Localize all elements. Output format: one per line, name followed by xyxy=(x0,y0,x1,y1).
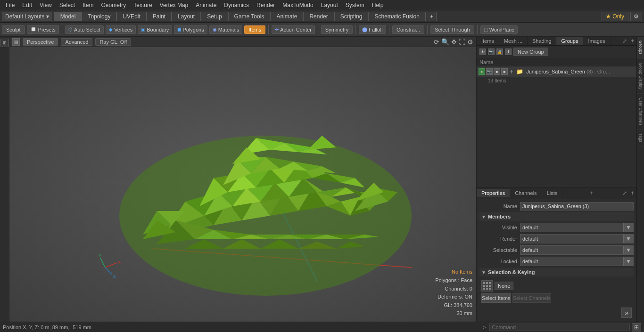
menu-render[interactable]: Render xyxy=(253,1,279,9)
layout-tab-paint[interactable]: Paint xyxy=(147,12,172,21)
props-ctrl-1[interactable]: ⤢ xyxy=(621,190,628,196)
layout-tab-model[interactable]: Model xyxy=(54,12,82,21)
constraints-btn[interactable]: Constrai... xyxy=(392,25,424,34)
right-vtab-group-display[interactable]: Group Display xyxy=(637,59,644,94)
layout-settings-btn[interactable]: ⚙ xyxy=(630,12,642,21)
visible-row: Visible default ▼ xyxy=(479,223,634,232)
viewport-menu-btn[interactable]: ▤ xyxy=(12,38,20,46)
layout-add-tab[interactable]: + xyxy=(427,12,437,21)
right-vtab-groups[interactable]: Groups xyxy=(637,37,644,59)
presets-btn[interactable]: 🔲 Presets xyxy=(27,25,59,34)
workplane-btn[interactable]: ⬚ WorkPlane xyxy=(480,25,518,34)
menu-texture[interactable]: Texture xyxy=(130,1,156,9)
viewport-tab-advanced[interactable]: Advanced xyxy=(61,38,92,46)
menu-animate[interactable]: Animate xyxy=(192,1,220,9)
right-tab-items[interactable]: Items xyxy=(477,37,499,45)
layout-dropdown[interactable]: Default Layouts ▾ xyxy=(2,12,52,21)
group-icon-cam2[interactable]: 📷 xyxy=(486,68,493,75)
cmd-run-btn[interactable]: ⊞ xyxy=(632,323,641,332)
select-channels-btn[interactable]: Select Channels xyxy=(512,293,551,303)
groups-icon-cam[interactable]: 📷 xyxy=(488,49,495,55)
menu-help[interactable]: Help xyxy=(368,1,388,9)
new-group-btn[interactable]: New Group xyxy=(513,48,548,56)
name-input[interactable] xyxy=(520,202,634,211)
viewport-icon-rotate[interactable]: ⟳ xyxy=(434,38,439,46)
vertices-btn[interactable]: ◆ Vertices xyxy=(106,25,136,34)
group-row[interactable]: ● 📷 ■ ■ + 📁 Juniperus_Sabina_Green (3) :… xyxy=(477,66,636,77)
polygons-btn[interactable]: ◼ Polygons xyxy=(174,25,207,34)
groups-icon-info[interactable]: ℹ xyxy=(505,49,512,55)
action-center-btn[interactable]: ✛ Action Center xyxy=(272,25,315,34)
layout-tab-uvedit[interactable]: UVEdit xyxy=(116,12,146,21)
boundary-btn[interactable]: ▣ Boundary xyxy=(138,25,172,34)
layout-tab-scripting[interactable]: Scripting xyxy=(334,12,369,21)
members-section-header[interactable]: ▼ Members xyxy=(479,212,634,221)
layout-tab-topology[interactable]: Topology xyxy=(82,12,116,21)
menu-view[interactable]: View xyxy=(36,1,56,9)
group-icon-4[interactable]: ■ xyxy=(501,68,508,75)
viewport-tab-perspective[interactable]: Perspective xyxy=(23,38,58,46)
symmetry-btn[interactable]: Symmetry xyxy=(321,25,353,34)
select-items-btn[interactable]: Select Items xyxy=(481,293,511,303)
visible-dropdown[interactable]: default ▼ xyxy=(520,223,634,232)
right-vtab-tags[interactable]: Tags xyxy=(637,130,644,146)
layout-tab-schematic[interactable]: Schematic Fusion xyxy=(368,12,425,21)
viewport-icon-zoom[interactable]: 🔍 xyxy=(441,38,449,46)
rpt-ctrl-1[interactable]: ⤢ xyxy=(621,38,628,44)
items-btn[interactable]: Items xyxy=(244,25,265,34)
props-tab-channels[interactable]: Channels xyxy=(510,189,542,197)
menu-dynamics[interactable]: Dynamics xyxy=(220,1,253,9)
right-vtab-user-channels[interactable]: User Channels xyxy=(637,94,644,130)
sel-keying-header[interactable]: ▼ Selection & Keying xyxy=(479,268,634,276)
props-tab-lists[interactable]: Lists xyxy=(542,189,563,197)
props-tab-properties[interactable]: Properties xyxy=(477,189,510,197)
right-tab-groups[interactable]: Groups xyxy=(556,37,583,45)
menu-maxtomodo[interactable]: MaxToModo xyxy=(279,1,317,9)
sculpt-btn[interactable]: Sculpt xyxy=(2,25,25,34)
svg-line-84 xyxy=(100,258,105,267)
locked-dropdown[interactable]: default ▼ xyxy=(520,257,634,266)
group-icon-vis[interactable]: ● xyxy=(479,68,485,75)
rpt-ctrl-2[interactable]: + xyxy=(629,38,636,44)
menu-item[interactable]: Item xyxy=(79,1,97,9)
menu-layout[interactable]: Layout xyxy=(317,1,342,9)
menu-system[interactable]: System xyxy=(342,1,368,9)
select-through-btn[interactable]: Select Through xyxy=(430,25,474,34)
viewport[interactable]: ▤ Perspective Advanced Ray GL: Off ⟳ 🔍 ✥… xyxy=(9,37,476,322)
viewport-icon-fullscreen[interactable]: ⛶ xyxy=(459,38,465,46)
menu-vertex-map[interactable]: Vertex Map xyxy=(156,1,192,9)
group-expand-plus[interactable]: + xyxy=(510,68,513,75)
expand-btn[interactable]: » xyxy=(621,308,632,318)
groups-icon-eye[interactable]: 👁 xyxy=(479,49,486,55)
right-tab-shading[interactable]: Shading xyxy=(528,37,556,45)
left-sidebar-toggle[interactable]: ⊞ xyxy=(0,39,9,47)
layout-tab-setup[interactable]: Setup xyxy=(201,12,228,21)
menu-select[interactable]: Select xyxy=(56,1,79,9)
viewport-tab-raygl[interactable]: Ray GL: Off xyxy=(95,38,131,46)
viewport-icon-settings[interactable]: ⚙ xyxy=(467,38,473,46)
props-tab-plus[interactable]: + xyxy=(586,188,597,198)
right-tab-mesh[interactable]: Mesh ... xyxy=(499,37,528,45)
menu-edit[interactable]: Edit xyxy=(18,1,36,9)
left-sidebar: ⊞ xyxy=(0,37,9,322)
scene-area[interactable]: X Y Z No Items Polygons : Face Channels:… xyxy=(9,47,476,322)
command-input[interactable] xyxy=(489,324,630,331)
auto-select-btn[interactable]: ⬡ Auto Select xyxy=(65,25,104,34)
layout-tab-layout[interactable]: Layout xyxy=(172,12,201,21)
menu-file[interactable]: File xyxy=(2,1,18,9)
groups-icon-lock[interactable]: 🔒 xyxy=(496,49,503,55)
selectable-dropdown[interactable]: default ▼ xyxy=(520,245,634,255)
keying-grid-icon[interactable] xyxy=(481,280,493,292)
menu-geometry[interactable]: Geometry xyxy=(98,1,130,9)
group-icon-lock2[interactable]: ■ xyxy=(494,68,500,75)
layout-tab-render[interactable]: Render xyxy=(303,12,334,21)
materials-btn[interactable]: ◉ Materials xyxy=(209,25,243,34)
render-dropdown[interactable]: default ▼ xyxy=(520,234,634,243)
layout-only-btn[interactable]: ★ Only xyxy=(602,12,628,21)
props-ctrl-2[interactable]: + xyxy=(629,190,636,196)
falloff-btn[interactable]: ⬤ Falloff xyxy=(359,25,386,34)
right-tab-images[interactable]: Images xyxy=(583,37,610,45)
viewport-icon-pan[interactable]: ✥ xyxy=(451,38,457,46)
layout-tab-animate[interactable]: Animate xyxy=(270,12,303,21)
layout-tab-gametools[interactable]: Game Tools xyxy=(228,12,271,21)
